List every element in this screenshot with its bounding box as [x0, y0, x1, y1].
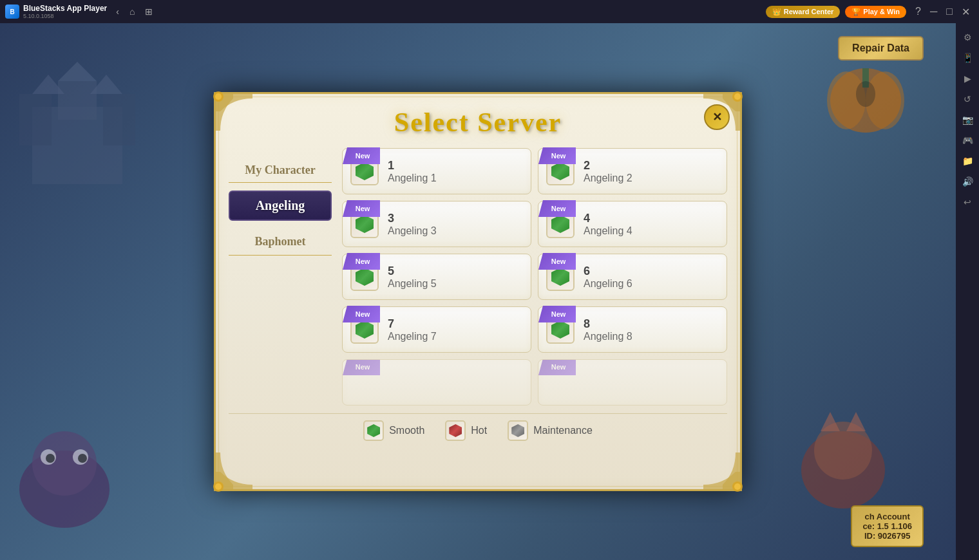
server-number-3: 3 [388, 212, 523, 225]
server-number-6: 6 [584, 265, 719, 278]
new-badge-2: New [538, 147, 576, 164]
play-win-button[interactable]: 🏆 Play & Win [845, 6, 906, 18]
app-title: BlueStacks App Player [23, 4, 107, 13]
server-grid: New 1 Angeling 1 New 2 A [342, 148, 727, 406]
sidebar-btn-3[interactable]: ▶ [958, 70, 976, 88]
server-item-9-partial[interactable]: New [342, 359, 531, 406]
server-item-7[interactable]: New 7 Angeling 7 [342, 306, 531, 353]
smooth-label: Smooth [389, 425, 424, 436]
app-version: 5.10.0.1058 [23, 13, 107, 19]
new-badge-9: New [343, 359, 380, 375]
legend-hot: Hot [445, 420, 487, 441]
bluestacks-logo: B BlueStacks App Player 5.10.0.1058 [5, 4, 107, 19]
server-number-2: 2 [584, 159, 719, 173]
server-name-7: Angeling 7 [388, 331, 523, 342]
sidebar-btn-5[interactable]: 📷 [958, 111, 976, 129]
server-number-5: 5 [388, 265, 523, 278]
bs-title-group: BlueStacks App Player 5.10.0.1058 [23, 4, 107, 19]
server-name-2: Angeling 2 [584, 173, 719, 184]
modal-content: My Character Angeling Baphomet New 1 Ang… [229, 148, 727, 406]
sidebar-btn-8[interactable]: 🔊 [958, 173, 976, 191]
topbar-right: 👑 Reward Center 🏆 Play & Win ? ─ □ ✕ [766, 5, 974, 19]
game-area: Repair Data ch Account ce: 1.5 1.106 ID:… [0, 23, 956, 560]
back-button[interactable]: ‹ [112, 4, 123, 19]
topbar-nav: ‹ ⌂ ⊞ [112, 4, 157, 19]
play-win-label: Play & Win [863, 8, 900, 15]
corner-decoration-bl [211, 449, 256, 494]
help-button[interactable]: ? [911, 5, 925, 19]
new-badge-8: New [538, 306, 576, 322]
maintenance-gem-icon [511, 424, 524, 437]
new-badge-4: New [538, 200, 576, 217]
new-badge-3: New [343, 200, 380, 217]
green-gem-1 [356, 162, 374, 180]
server-item-6[interactable]: New 6 Angeling 6 [538, 254, 727, 300]
bs-icon: B [5, 5, 19, 19]
maximize-button[interactable]: □ [942, 5, 956, 19]
server-item-1[interactable]: New 1 Angeling 1 [342, 148, 531, 194]
window-controls: ? ─ □ ✕ [911, 5, 974, 19]
green-gem-7 [356, 321, 374, 339]
new-badge-1: New [343, 147, 380, 164]
server-number-4: 4 [584, 212, 719, 225]
server-name-3: Angeling 3 [388, 225, 523, 237]
sidebar-btn-9[interactable]: ↩ [958, 193, 976, 211]
topbar-left: B BlueStacks App Player 5.10.0.1058 ‹ ⌂ … [5, 4, 157, 19]
new-badge-5: New [343, 253, 380, 270]
server-item-2[interactable]: New 2 Angeling 2 [538, 148, 727, 194]
right-sidebar: ⚙ 📱 ▶ ↺ 📷 🎮 📁 🔊 ↩ [956, 23, 979, 560]
topbar: B BlueStacks App Player 5.10.0.1058 ‹ ⌂ … [0, 0, 979, 23]
my-character-label: My Character [229, 158, 332, 183]
green-gem-4 [551, 215, 569, 233]
server-name-8: Angeling 8 [584, 331, 719, 342]
new-badge-7: New [343, 306, 380, 322]
maintenance-gem-container [508, 420, 528, 441]
angeling-tab[interactable]: Angeling [229, 191, 332, 221]
green-gem-2 [551, 162, 569, 180]
server-name-4: Angeling 4 [584, 225, 719, 237]
legend-bar: Smooth Hot Maintenance [229, 413, 727, 441]
corner-decoration-br [700, 449, 745, 494]
sidebar-btn-7[interactable]: 📁 [958, 152, 976, 170]
server-item-4[interactable]: New 4 Angeling 4 [538, 201, 727, 247]
hot-gem-container [445, 420, 466, 441]
server-item-8[interactable]: New 8 Angeling 8 [538, 306, 727, 353]
reward-center-label: Reward Center [784, 8, 834, 15]
sidebar-btn-2[interactable]: 📱 [958, 49, 976, 67]
close-window-button[interactable]: ✕ [958, 5, 974, 19]
green-gem-5 [356, 268, 374, 286]
new-badge-10: New [538, 359, 576, 375]
sidebar-btn-4[interactable]: ↺ [958, 90, 976, 108]
crown-icon: 👑 [772, 8, 781, 16]
sidebar-btn-1[interactable]: ⚙ [958, 28, 976, 46]
green-gem-3 [356, 215, 374, 233]
svg-point-25 [734, 93, 741, 100]
corner-decoration-tl [211, 89, 256, 134]
maintenance-label: Maintenance [533, 425, 593, 436]
modal-title: Select Server [229, 107, 727, 138]
smooth-gem-icon [367, 424, 380, 437]
server-number-7: 7 [388, 317, 523, 331]
close-button[interactable]: ✕ [704, 104, 730, 130]
apps-button[interactable]: ⊞ [141, 4, 157, 19]
server-name-1: Angeling 1 [388, 173, 523, 184]
server-item-5[interactable]: New 5 Angeling 5 [342, 254, 531, 300]
left-panel: My Character Angeling Baphomet [229, 148, 332, 406]
svg-point-29 [734, 483, 741, 490]
server-name-6: Angeling 6 [584, 278, 719, 290]
reward-center-button[interactable]: 👑 Reward Center [766, 6, 841, 18]
home-button[interactable]: ⌂ [126, 4, 138, 19]
new-badge-6: New [538, 253, 576, 270]
hot-gem-icon [449, 424, 462, 437]
green-gem-6 [551, 268, 569, 286]
green-gem-8 [551, 321, 569, 339]
minimize-button[interactable]: ─ [926, 5, 941, 19]
svg-point-23 [215, 93, 222, 100]
server-number-1: 1 [388, 159, 523, 173]
server-item-3[interactable]: New 3 Angeling 3 [342, 201, 531, 247]
svg-point-27 [215, 483, 222, 490]
smooth-gem-container [363, 420, 384, 441]
baphomet-tab[interactable]: Baphomet [229, 229, 332, 256]
server-item-10-partial[interactable]: New [538, 359, 727, 406]
sidebar-btn-6[interactable]: 🎮 [958, 131, 976, 149]
